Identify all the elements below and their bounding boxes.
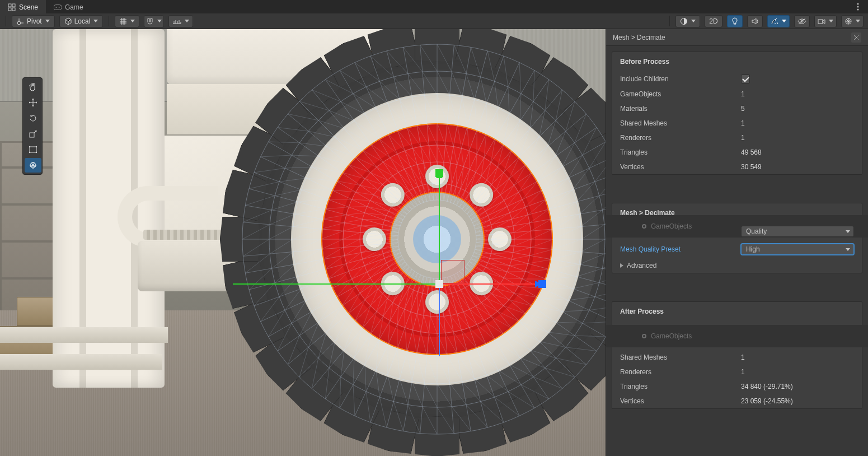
- before-vertices-label: Vertices: [620, 163, 741, 171]
- before-renderers-label: Renderers: [620, 134, 741, 142]
- rotate-tool[interactable]: [25, 111, 41, 125]
- after-renderers-value: 1: [741, 368, 854, 376]
- local-icon: [64, 17, 72, 25]
- svg-point-7: [857, 6, 859, 8]
- chevron-down-icon: [45, 20, 50, 22]
- before-process-section: Before Process Include Children GameObje…: [612, 52, 862, 175]
- toggle-2d-button[interactable]: 2D: [705, 15, 722, 27]
- gizmo-icon: [844, 17, 852, 25]
- chevron-down-icon: [846, 230, 850, 233]
- svg-point-602: [29, 152, 30, 153]
- after-vertices-label: Vertices: [620, 397, 741, 405]
- chevron-down-icon: [157, 20, 162, 22]
- before-process-header: Before Process: [612, 52, 862, 71]
- tab-game[interactable]: Game: [46, 0, 91, 13]
- svg-point-6: [857, 3, 859, 5]
- svg-point-5: [59, 7, 60, 8]
- before-materials-value: 5: [741, 105, 854, 113]
- after-sharedmeshes-label: Shared Meshes: [620, 353, 741, 361]
- svg-rect-3: [12, 8, 15, 11]
- svg-rect-2: [8, 8, 11, 11]
- tool-handle-pivot[interactable]: Pivot: [12, 15, 55, 27]
- tool-handle-local[interactable]: Local: [59, 15, 104, 27]
- svg-point-4: [56, 7, 57, 8]
- panel-title: Mesh > Decimate: [613, 34, 665, 41]
- twoD-label: 2D: [709, 17, 717, 25]
- chevron-down-icon: [185, 20, 189, 22]
- fx-toggle-button[interactable]: [767, 15, 790, 27]
- chevron-down-icon: [130, 20, 135, 22]
- tab-scene-label: Scene: [19, 3, 38, 11]
- triangle-right-icon: [620, 263, 623, 268]
- snap-toggle-button[interactable]: [144, 15, 164, 27]
- close-panel-button[interactable]: [851, 32, 861, 43]
- move-tool[interactable]: [25, 95, 41, 110]
- pivot-label: Pivot: [27, 17, 42, 25]
- pivot-icon: [17, 17, 25, 25]
- scene-icon: [8, 3, 16, 11]
- camera-settings-button[interactable]: [814, 15, 837, 27]
- local-label: Local: [74, 17, 91, 25]
- audio-icon: [751, 17, 759, 25]
- eye-off-icon: [797, 17, 806, 25]
- transform-gizmo[interactable]: [423, 268, 457, 301]
- snap-increment-button[interactable]: [168, 15, 193, 27]
- before-triangles-label: Triangles: [620, 148, 741, 156]
- audio-toggle-button[interactable]: [747, 15, 763, 27]
- tab-scene[interactable]: Scene: [0, 0, 46, 13]
- draw-mode-button[interactable]: [675, 15, 700, 27]
- before-vertices-value: 30 549: [741, 163, 854, 171]
- scale-tool[interactable]: [25, 127, 41, 141]
- camera-icon: [818, 17, 825, 25]
- grid-icon: [119, 17, 127, 25]
- increment-icon: [172, 17, 181, 25]
- svg-rect-12: [818, 20, 823, 24]
- criterion-select[interactable]: Quality: [741, 226, 854, 237]
- svg-point-8: [857, 9, 859, 11]
- wheel-selected-object[interactable]: [240, 41, 606, 437]
- scene-toolbar: Pivot Local 2D: [0, 13, 868, 29]
- lightbulb-icon: [731, 17, 739, 25]
- context-menu-button[interactable]: [851, 0, 865, 13]
- svg-point-603: [36, 152, 37, 153]
- svg-point-9: [17, 21, 21, 25]
- preset-select[interactable]: High: [741, 244, 854, 255]
- grid-visibility-button[interactable]: [115, 15, 139, 27]
- before-sharedmeshes-label: Shared Meshes: [620, 119, 741, 127]
- chevron-down-icon: [829, 20, 833, 22]
- chevron-down-icon: [691, 20, 696, 22]
- preset-value: High: [746, 245, 760, 253]
- after-sharedmeshes-value: 1: [741, 353, 854, 361]
- chevron-down-icon: [856, 20, 860, 22]
- svg-rect-1: [12, 4, 15, 7]
- before-sharedmeshes-value: 1: [741, 119, 854, 127]
- after-process-section: After Process GameObjects1 Materials5 Sh…: [612, 301, 862, 409]
- fx-icon: [771, 17, 778, 25]
- scene-tools-column: [22, 77, 43, 175]
- hand-tool[interactable]: [25, 80, 41, 94]
- svg-rect-0: [8, 4, 11, 7]
- rect-tool[interactable]: [25, 142, 41, 157]
- editor-tabs: Scene Game: [0, 0, 868, 13]
- lighting-toggle-button[interactable]: [727, 15, 743, 27]
- after-triangles-label: Triangles: [620, 383, 741, 390]
- chevron-down-icon: [93, 20, 98, 22]
- decimate-panel: Mesh > Decimate Before Process Include C…: [606, 29, 868, 456]
- faint-gameobjects-2: GameObjects: [606, 325, 868, 347]
- panel-header: Mesh > Decimate: [606, 29, 868, 46]
- advanced-label: Advanced: [627, 262, 656, 269]
- svg-rect-599: [30, 147, 36, 152]
- after-vertices-value: 23 059 (-24.55%): [741, 397, 854, 405]
- advanced-foldout[interactable]: Advanced: [612, 258, 862, 273]
- after-renderers-label: Renderers: [620, 368, 741, 376]
- include-children-checkbox[interactable]: [741, 75, 750, 83]
- gizmos-toggle-button[interactable]: [841, 15, 864, 27]
- visibility-toggle-button[interactable]: [794, 15, 810, 27]
- include-children-label: Include Children: [620, 75, 741, 83]
- scene-viewport[interactable]: [0, 29, 606, 456]
- shaded-icon: [680, 17, 688, 25]
- after-process-header: After Process: [612, 302, 862, 321]
- transform-tool[interactable]: [25, 158, 41, 173]
- svg-point-600: [29, 146, 30, 147]
- chevron-down-icon: [782, 20, 786, 22]
